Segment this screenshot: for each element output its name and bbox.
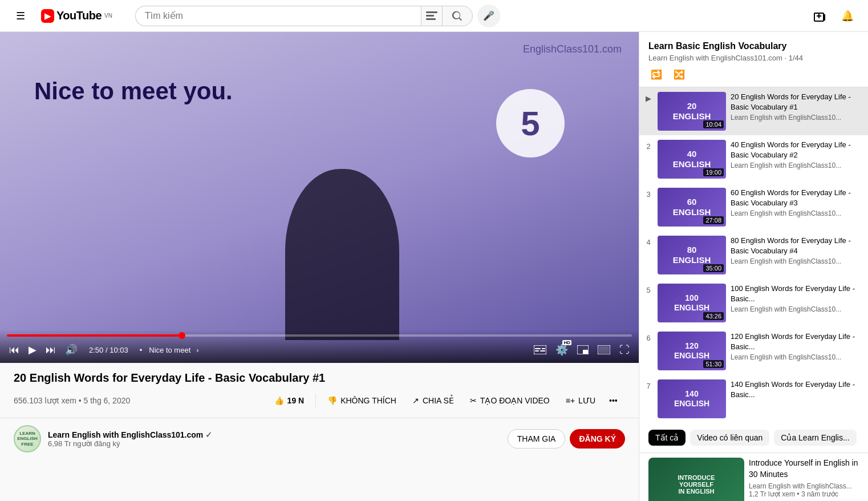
item-info: 120 English Words for Everyday Life - Ba… — [731, 332, 863, 361]
progress-fill — [7, 334, 182, 337]
playlist-item[interactable]: 5 100ENGLISH 43:26 100 English Words for… — [639, 279, 868, 327]
playlist-item[interactable]: 6 120ENGLISH 51:30 120 English Words for… — [639, 327, 868, 375]
svg-rect-3 — [534, 345, 546, 354]
rec-stats: 1,2 Tr lượt xem • 3 năm trước — [749, 490, 859, 498]
play-pause-button[interactable]: ▶ — [26, 341, 39, 358]
item-info: 140 English Words for Everyday Life - Ba… — [731, 379, 863, 400]
video-meta-row: 656.103 lượt xem • 5 thg 6, 2020 👍 19 N … — [14, 390, 625, 411]
search-input[interactable] — [135, 6, 421, 26]
nav-left: ☰ ▶ YouTube VN — [9, 5, 112, 27]
more-actions-button[interactable]: ••• — [605, 390, 625, 411]
playlist-title: Learn Basic English Vocabulary — [648, 41, 859, 51]
thumbdown-icon: 👎 — [327, 396, 337, 405]
item-channel: Learn English with EnglishClass10... — [731, 353, 863, 361]
subscribe-button[interactable]: ĐĂNG KÝ — [570, 429, 625, 449]
subscriber-count: 6,98 Tr người đăng ký — [48, 439, 212, 448]
item-title: 20 English Words for Everyday Life - Bas… — [731, 92, 863, 112]
time-display: 2:50 / 10:03 — [89, 346, 128, 354]
verified-badge: ✓ — [205, 430, 212, 439]
item-title: 140 English Words for Everyday Life - Ba… — [731, 379, 863, 400]
dislike-button[interactable]: 👎 KHÔNG THÍCH — [321, 391, 403, 410]
playlist-item[interactable]: 4 80ENGLISH 35:00 80 English Words for E… — [639, 231, 868, 279]
playlist-item[interactable]: 2 40ENGLISH 19:00 40 English Words for E… — [639, 135, 868, 183]
item-number: 4 — [644, 238, 653, 247]
create-button[interactable] — [809, 5, 832, 27]
search-button[interactable] — [442, 6, 473, 26]
skip-forward-button[interactable]: ⏭ — [43, 342, 58, 358]
item-duration: 27:08 — [703, 216, 724, 224]
playlist-meta: Learn English with EnglishClass101.com ·… — [648, 54, 859, 62]
skip-back-button[interactable]: ⏮ — [7, 342, 22, 358]
video-player: Nice to meet you. EnglishClass101.com 5 … — [0, 32, 639, 363]
playlist-item[interactable]: 7 140ENGLISH 140 English Words for Every… — [639, 375, 868, 423]
video-title: 20 English Words for Everyday Life - Bas… — [14, 370, 625, 386]
progress-bar[interactable] — [7, 334, 632, 337]
volume-button[interactable]: 🔊 — [63, 341, 80, 358]
progress-dot — [179, 332, 185, 339]
item-number: 5 — [644, 286, 653, 294]
settings-button[interactable]: ⚙️ HD — [553, 341, 570, 358]
hamburger-menu-button[interactable]: ☰ — [9, 5, 32, 27]
svg-rect-6 — [535, 350, 539, 351]
item-channel: Learn English with EnglishClass10... — [731, 305, 863, 313]
item-play-indicator: ▶ — [644, 94, 653, 103]
item-duration: 19:00 — [703, 168, 724, 176]
filter-tabs: Tất cả Video có liên quan Của Learn Engl… — [639, 423, 868, 453]
item-thumbnail: 20ENGLISH 10:04 — [658, 92, 726, 131]
filter-tab-related[interactable]: Video có liên quan — [690, 430, 769, 446]
svg-rect-9 — [583, 350, 588, 354]
action-buttons: 👍 19 N 👎 KHÔNG THÍCH ↗ CHIA SẺ ✂ TẠO — [267, 390, 625, 411]
notifications-button[interactable]: 🔔 — [836, 5, 859, 27]
fullscreen-button[interactable]: ⛶ — [617, 342, 632, 358]
save-button[interactable]: ≡+ LƯU — [559, 391, 602, 410]
rec-title: Introduce Yourself in English in 30 Minu… — [749, 458, 859, 480]
hd-badge: HD — [562, 340, 571, 345]
theater-button[interactable] — [595, 343, 613, 357]
channel-actions: THAM GIA ĐĂNG KÝ — [508, 429, 625, 449]
shuffle-button[interactable]: 🔀 — [671, 67, 687, 82]
item-thumbnail: 60ENGLISH 27:08 — [658, 188, 726, 227]
miniplayer-button[interactable] — [575, 343, 591, 357]
playlist-header: Learn Basic English Vocabulary Learn Eng… — [639, 32, 868, 87]
item-thumbnail: 100ENGLISH 43:26 — [658, 284, 726, 322]
item-thumbnail: 80ENGLISH 35:00 — [658, 236, 726, 274]
filter-tab-all[interactable]: Tất cả — [648, 430, 686, 446]
svg-rect-1 — [426, 15, 434, 17]
content-area: Nice to meet you. EnglishClass101.com 5 … — [0, 32, 639, 501]
video-info-section: 20 English Words for Everyday Life - Bas… — [0, 363, 639, 411]
recommended-video[interactable]: INTRODUCEYOURSELFIN ENGLISH 33:09 Introd… — [639, 453, 868, 501]
svg-rect-7 — [540, 350, 545, 351]
item-thumb-bg: 140ENGLISH — [658, 379, 726, 418]
youtube-region: VN — [104, 13, 112, 19]
controls-row: ⏮ ▶ ⏭ 🔊 2:50 / 10:03 • Nice to meet › — [7, 341, 632, 358]
keyboard-button[interactable] — [421, 6, 442, 26]
join-button[interactable]: THAM GIA — [508, 429, 566, 449]
sidebar: Learn Basic English Vocabulary Learn Eng… — [639, 32, 868, 501]
loop-button[interactable]: 🔁 — [648, 67, 664, 82]
playlist-item[interactable]: 3 60ENGLISH 27:08 60 English Words for E… — [639, 183, 868, 231]
rec-info: Introduce Yourself in English in 30 Minu… — [749, 458, 859, 501]
mic-button[interactable]: 🎤 — [477, 5, 500, 27]
youtube-logo[interactable]: ▶ YouTube VN — [41, 9, 112, 23]
item-number: 6 — [644, 334, 653, 342]
countdown-circle: 5 — [496, 89, 565, 157]
item-info: 20 English Words for Everyday Life - Bas… — [731, 92, 863, 122]
item-duration: 35:00 — [703, 264, 724, 272]
chapter-arrow: › — [196, 346, 198, 354]
item-thumbnail: 40ENGLISH 19:00 — [658, 140, 726, 179]
clip-button[interactable]: ✂ TẠO ĐOẠN VIDEO — [463, 391, 557, 410]
person-silhouette — [285, 169, 399, 340]
like-button[interactable]: 👍 19 N — [267, 391, 311, 410]
channel-info: Learn English with EnglishClass101.com ✓… — [48, 430, 212, 448]
svg-rect-4 — [535, 348, 541, 349]
video-brand: EnglishClass101.com — [523, 43, 622, 55]
item-info: 60 English Words for Everyday Life - Bas… — [731, 188, 863, 217]
item-duration: 43:26 — [703, 312, 724, 320]
filter-tab-channel[interactable]: Của Learn Englis... — [774, 430, 856, 446]
search-area: 🎤 — [135, 5, 500, 27]
video-frame: Nice to meet you. EnglishClass101.com 5 — [0, 32, 639, 363]
playlist-item[interactable]: ▶ 20ENGLISH 10:04 20 English Words for E… — [639, 87, 868, 135]
item-channel: Learn English with EnglishClass10... — [731, 257, 863, 265]
share-button[interactable]: ↗ CHIA SẺ — [405, 391, 461, 410]
subtitles-button[interactable] — [532, 343, 549, 357]
